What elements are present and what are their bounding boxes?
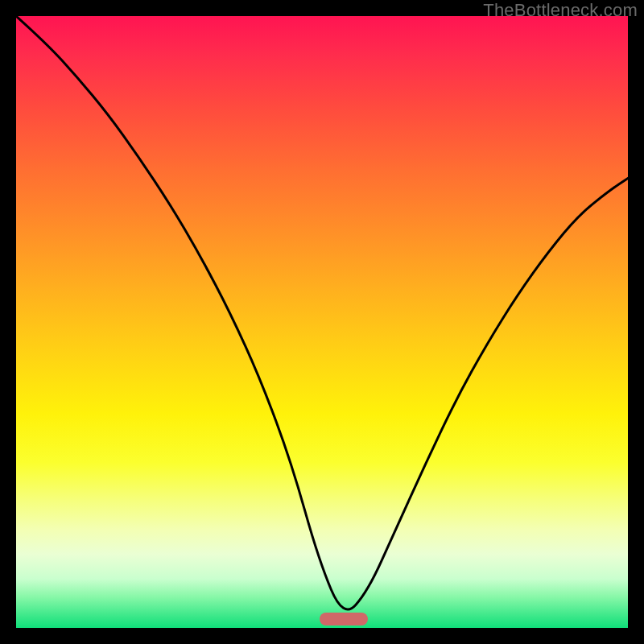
bottleneck-curve [16,16,628,628]
gradient-plot-area [16,16,628,628]
chart-frame: TheBottleneck.com [0,0,644,644]
watermark-text: TheBottleneck.com [483,0,638,21]
